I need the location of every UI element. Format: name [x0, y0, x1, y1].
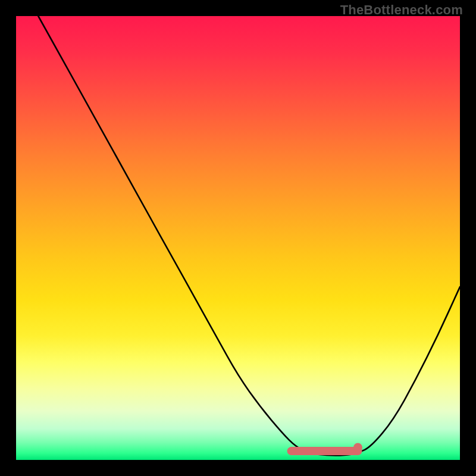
bottleneck-curve — [38, 16, 460, 456]
chart-frame: TheBottleneck.com — [0, 0, 476, 476]
optimal-range-end-dot — [353, 443, 362, 452]
watermark-text: TheBottleneck.com — [340, 2, 463, 18]
curve-layer — [16, 16, 460, 460]
